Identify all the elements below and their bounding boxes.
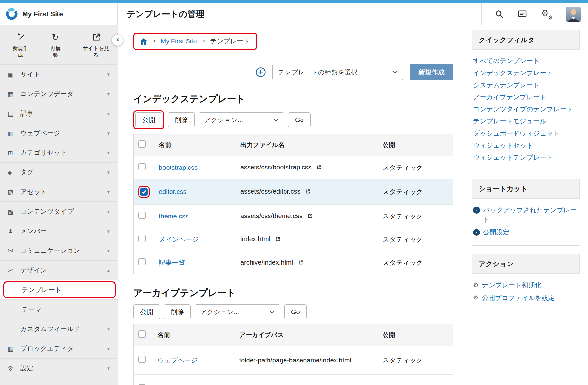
sidebar-item-settings[interactable]: ⚙ 設定 ▾: [0, 358, 118, 378]
action-select[interactable]: アクション...: [195, 304, 280, 319]
external-link-icon[interactable]: [307, 213, 313, 220]
sidebar-item-themes[interactable]: テーマ: [0, 299, 118, 319]
create-new-button[interactable]: 新規作成: [8, 32, 32, 59]
sidebar-item-custom-fields[interactable]: ≣ カスタムフィールド ▾: [0, 319, 118, 339]
action-initialize-templates-link[interactable]: テンプレート初期化: [482, 281, 541, 290]
page-title: テンプレートの管理: [118, 3, 481, 25]
entries-icon: ▤: [8, 110, 20, 117]
home-icon[interactable]: [140, 38, 147, 45]
user-avatar[interactable]: [566, 7, 581, 22]
view-site-button[interactable]: サイトを見る: [78, 32, 114, 59]
template-link[interactable]: メインページ: [159, 236, 199, 243]
sidebar-item-tags[interactable]: ◈ タグ ▾: [0, 162, 118, 182]
sidebar-collapse-button[interactable]: ‹: [112, 35, 123, 46]
sidebar-item-content-data[interactable]: ▦ コンテンツデータ ▾: [0, 84, 118, 104]
quick-filter-link-widget-template[interactable]: ウィジェットテンプレート: [473, 152, 579, 164]
search-icon[interactable]: [495, 9, 504, 19]
sidebar-item-site[interactable]: ▣ サイト ▾: [0, 64, 118, 84]
row-checkbox[interactable]: [138, 356, 146, 363]
communication-icon: ✉: [8, 247, 20, 254]
output-path: assets/css/editor.css: [240, 188, 300, 195]
delete-button[interactable]: 削除: [168, 112, 195, 127]
site-icon: ▣: [8, 71, 20, 78]
delete-button[interactable]: 削除: [164, 304, 191, 319]
sidebar-item-members[interactable]: ♟ メンバー ▾: [0, 221, 118, 241]
external-link-icon[interactable]: [298, 259, 303, 266]
sidebar-item-templates[interactable]: テンプレート: [0, 280, 118, 299]
design-icon: ✂: [8, 267, 20, 274]
row-checkbox[interactable]: [138, 258, 146, 265]
template-toolbar: テンプレートの種類を選択 新規作成: [133, 64, 453, 80]
site-switcher[interactable]: My First Site: [0, 3, 118, 25]
sidebar: 新規作成 ↻ 再構築 サイトを見る ▣ サイト: [0, 25, 118, 385]
row-checkbox[interactable]: [138, 212, 146, 219]
go-button[interactable]: Go: [288, 112, 311, 127]
template-link[interactable]: theme.css: [159, 213, 188, 220]
sidebar-item-category-sets[interactable]: ⊞ カテゴリセット ▾: [0, 143, 118, 162]
quick-filter-link-all[interactable]: すべてのテンプレート: [473, 55, 579, 67]
settings-gears-icon[interactable]: ⚙ ⚙: [541, 9, 552, 19]
row-checkbox[interactable]: [138, 235, 146, 242]
table-row: カテゴリ一覧 category/sub-category/index.html …: [134, 375, 453, 385]
table-row: theme.css assets/css/theme.css スタティック: [134, 205, 453, 228]
sidebar-item-communication[interactable]: ✉ コミュニケーション ▾: [0, 241, 118, 260]
sidebar-item-pages[interactable]: ▥ ウェブページ ▾: [0, 123, 118, 143]
publish-button[interactable]: 公開: [135, 112, 162, 127]
sidebar-item-assets[interactable]: ▧ アセット ▾: [0, 182, 118, 201]
shortcut-backup-templates-link[interactable]: バックアップされたテンプレート: [483, 205, 579, 224]
breadcrumb-separator: >: [152, 38, 156, 45]
external-link-icon[interactable]: [305, 188, 311, 196]
output-path: assets/css/bootstrap.css: [240, 164, 312, 171]
row-checkbox-checked[interactable]: [140, 188, 148, 196]
go-button[interactable]: Go: [284, 304, 307, 319]
gear-icon: ⚙: [473, 294, 479, 301]
template-type-select[interactable]: テンプレートの種類を選択: [272, 64, 403, 80]
action-publish-profile-link[interactable]: 公開プロファイルを設定: [482, 293, 555, 303]
select-all-checkbox[interactable]: [138, 330, 146, 338]
template-link[interactable]: bootstrap.css: [159, 164, 198, 171]
table-row: ウェブページ folder-path/page-basename/index.h…: [134, 346, 453, 375]
output-path: assets/css/theme.css: [240, 212, 302, 219]
chevron-down-icon: [274, 119, 279, 121]
quick-filter-link-index[interactable]: インデックステンプレート: [473, 67, 579, 79]
external-link-icon[interactable]: [316, 164, 322, 171]
plus-circle-icon[interactable]: [255, 67, 266, 77]
sidebar-item-design[interactable]: ✂ デザイン ▴: [0, 260, 118, 280]
shortcut-publish-settings-link[interactable]: 公開設定: [483, 228, 509, 237]
archive-path: folder-path/page-basename/index.html: [235, 346, 378, 375]
rebuild-button[interactable]: ↻ 再構築: [45, 32, 65, 59]
quick-filter-link-content-type[interactable]: コンテンツタイプのテンプレート: [473, 103, 579, 115]
quick-filter-link-archive[interactable]: アーカイブテンプレート: [473, 91, 579, 103]
row-checkbox[interactable]: [138, 163, 146, 170]
feedback-panel-icon[interactable]: [517, 9, 527, 19]
content-data-icon: ▦: [8, 90, 20, 98]
action-select[interactable]: アクション...: [199, 112, 284, 127]
quick-filter-panel: クイックフィルタ すべてのテンプレート インデックステンプレート システムテンプ…: [472, 30, 580, 170]
select-all-checkbox[interactable]: [138, 140, 146, 148]
create-template-button[interactable]: 新規作成: [410, 64, 453, 80]
publish-status: スタティック: [378, 205, 453, 228]
external-link-icon[interactable]: [275, 236, 281, 243]
template-link[interactable]: ウェブページ: [158, 357, 198, 364]
breadcrumb-site-link[interactable]: My First Site: [161, 38, 197, 45]
sidebar-item-content-types[interactable]: ▩ コンテンツタイプ ▾: [0, 201, 118, 221]
sidebar-item-entries[interactable]: ▤ 記事 ▾: [0, 104, 118, 123]
top-accent-bar: [0, 0, 588, 3]
sidebar-item-block-editor[interactable]: ▦ ブロックエディタ ▾: [0, 339, 118, 358]
quick-filter-title: クイックフィルタ: [472, 30, 580, 50]
quick-filter-link-module[interactable]: テンプレートモジュール: [473, 115, 579, 127]
quick-filter-link-dashboard-widget[interactable]: ダッシュボードウィジェット: [473, 127, 579, 139]
output-path: index.html: [240, 235, 270, 243]
quick-filter-link-system[interactable]: システムテンプレート: [473, 79, 579, 91]
actions-panel: アクション ⚙ テンプレート初期化 ⚙ 公開プロファイルを設定: [472, 254, 580, 311]
quick-filter-link-widget-set[interactable]: ウィジェットセット: [473, 139, 579, 152]
template-link[interactable]: 記事一覧: [159, 259, 185, 266]
template-link[interactable]: editor.css: [159, 188, 186, 195]
chevron-up-icon: ▴: [107, 267, 110, 273]
publish-button[interactable]: 公開: [133, 304, 160, 319]
sidebar-item-tools[interactable]: ⚒ ツール ▾: [0, 378, 118, 385]
breadcrumb-divider: [133, 54, 453, 54]
chevron-down-icon: ▾: [107, 248, 110, 254]
rebuild-label: 再構築: [47, 45, 63, 59]
main-content: > My First Site > テンプレート テンプレートの種類を選択: [118, 25, 472, 385]
